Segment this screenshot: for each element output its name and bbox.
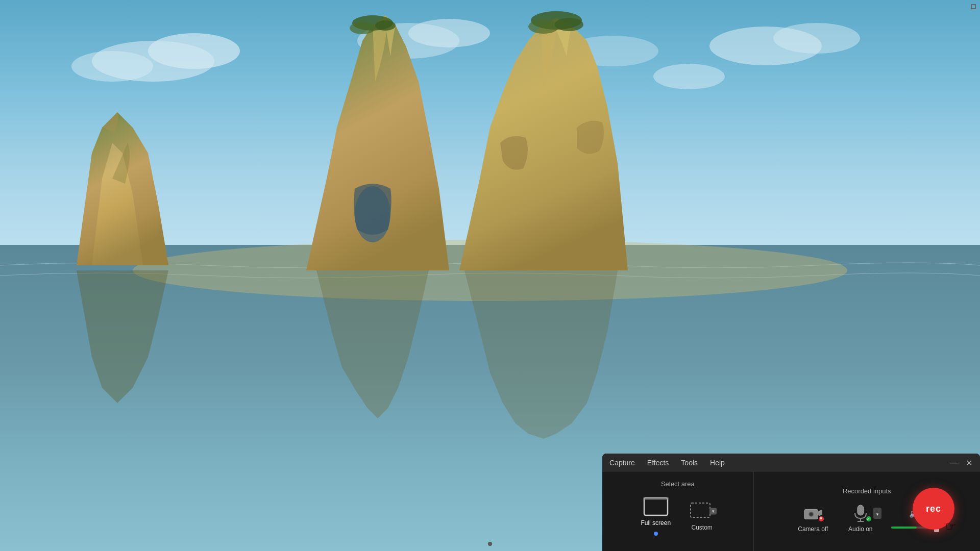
- menu-effects[interactable]: Effects: [646, 457, 670, 469]
- mic-icon: ✓ ▼: [850, 504, 871, 522]
- select-area-section: Select area Full screen: [602, 472, 754, 551]
- svg-point-18: [555, 18, 583, 31]
- svg-point-5: [408, 19, 490, 47]
- corner-indicator: [971, 4, 976, 9]
- menu-help[interactable]: Help: [709, 457, 726, 469]
- svg-point-17: [528, 19, 559, 34]
- rec-label: rec: [926, 504, 941, 514]
- fullscreen-button[interactable]: Full screen: [634, 494, 677, 539]
- toolbar-menu: Capture Effects Tools Help: [608, 457, 726, 469]
- svg-point-3: [71, 51, 153, 82]
- window-controls: — ✕: [949, 458, 974, 468]
- audio-label: Audio on: [848, 525, 872, 533]
- mic-status-dot: ✓: [865, 515, 872, 522]
- rec-button[interactable]: rec ☞: [913, 488, 954, 530]
- page-indicator: [488, 542, 492, 546]
- custom-label: Custom: [691, 524, 712, 531]
- audio-button[interactable]: ✓ ▼ Audio on: [839, 501, 882, 536]
- select-area-buttons: Full screen ▼ Custom: [634, 494, 721, 539]
- recorded-inputs-title: Recorded inputs: [843, 487, 891, 495]
- volume-fill: [891, 527, 917, 529]
- svg-point-7: [653, 64, 725, 89]
- camera-button[interactable]: ✕ Camera off: [791, 501, 835, 536]
- svg-point-2: [148, 33, 240, 69]
- svg-rect-21: [691, 503, 710, 517]
- svg-point-15: [375, 20, 396, 31]
- svg-point-14: [350, 22, 375, 34]
- svg-rect-20: [643, 497, 669, 500]
- close-button[interactable]: ✕: [964, 458, 974, 468]
- svg-rect-26: [857, 505, 864, 515]
- menu-tools[interactable]: Tools: [680, 457, 699, 469]
- fullscreen-active-dot: [654, 532, 658, 536]
- toolbar-titlebar: Capture Effects Tools Help — ✕: [602, 454, 980, 472]
- custom-icon-box: ▼: [689, 502, 715, 521]
- svg-point-9: [773, 23, 860, 54]
- select-area-title: Select area: [661, 480, 695, 488]
- fullscreen-label: Full screen: [641, 519, 671, 527]
- menu-capture[interactable]: Capture: [608, 457, 636, 469]
- minimize-button[interactable]: —: [949, 458, 960, 468]
- fullscreen-icon-box: [643, 497, 669, 516]
- camera-status-dot: ✕: [818, 515, 825, 522]
- svg-point-25: [810, 513, 813, 516]
- svg-rect-19: [644, 498, 668, 515]
- custom-button[interactable]: ▼ Custom: [683, 498, 721, 534]
- camera-label: Camera off: [798, 525, 828, 533]
- camera-icon: ✕: [802, 504, 824, 522]
- cursor-indicator: ☞: [945, 519, 957, 534]
